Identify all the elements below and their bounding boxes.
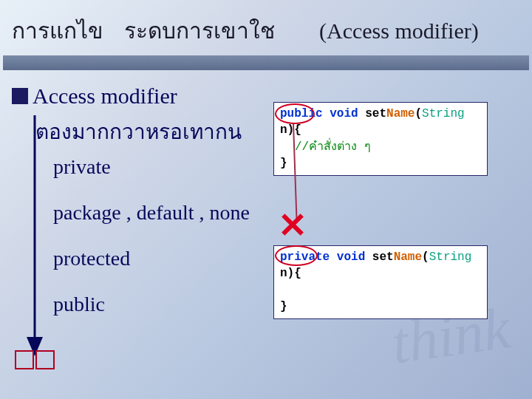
- modifier-private: private: [53, 157, 250, 177]
- code2-ptype: String: [429, 250, 472, 264]
- modifier-protected: protected: [53, 248, 250, 269]
- kw-void2: void: [337, 250, 365, 264]
- cross-icon: [279, 211, 306, 238]
- code1-name: Name: [386, 107, 415, 120]
- arrow-down-icon: [24, 115, 46, 359]
- heading-text: Access modifier: [33, 83, 177, 109]
- title-left-a: การแกไข: [12, 13, 103, 48]
- modifier-package: package , default , none: [53, 202, 250, 223]
- title-divider: [3, 55, 529, 70]
- code1-comment: //คำสั่งต่าง ๆ: [295, 140, 371, 154]
- code1-ptype: String: [422, 107, 465, 120]
- title-left-b: ระดบการเขาใช: [124, 13, 275, 48]
- title-right: (Access modifier): [319, 18, 479, 44]
- code2-pname: n: [280, 267, 287, 280]
- code2-set: set: [372, 250, 394, 264]
- subline-text: ตองมากกวาหรอเทากน: [35, 115, 242, 148]
- code1-set: set: [365, 107, 386, 120]
- modifier-public: public: [53, 294, 250, 315]
- code2-close: }: [280, 300, 287, 313]
- circle-highlight-public-icon: [275, 103, 315, 124]
- code2-name: Name: [394, 250, 422, 264]
- slide-title: การแกไข ระดบการเขาใช (Access modifier): [0, 0, 532, 55]
- bullet-square-icon: [12, 88, 28, 104]
- code2-open: ){: [287, 267, 301, 280]
- code1-pname: n: [280, 123, 287, 137]
- modifier-list: private package , default , none protect…: [53, 157, 250, 340]
- code1-close: }: [280, 157, 287, 170]
- end-marker-boxes: [15, 350, 55, 369]
- kw-void: void: [330, 107, 358, 120]
- circle-highlight-private-icon: [275, 245, 318, 266]
